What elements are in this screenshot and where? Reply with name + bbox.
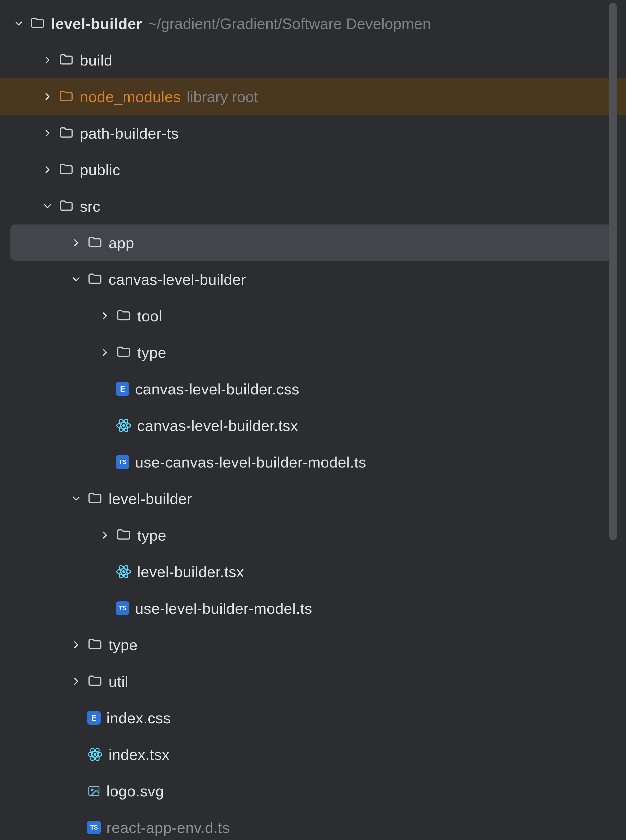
folder-icon [87, 491, 103, 506]
chevron-right-icon[interactable] [99, 529, 111, 541]
ts-file-icon: TS [116, 601, 129, 615]
tree-item-suffix: library root [186, 88, 258, 105]
tree-item-label: src [80, 198, 100, 215]
folder-icon [87, 272, 103, 287]
svg-point-0 [122, 424, 125, 427]
tree-item-label: type [137, 526, 166, 544]
tree-row[interactable]: level-builder.tsx [0, 553, 626, 590]
tree-row[interactable]: index.tsx [0, 736, 626, 772]
folder-icon [87, 674, 103, 689]
tree-root-path: ~/gradient/Gradient/Software Developmen [148, 15, 431, 32]
folder-icon [30, 16, 45, 31]
chevron-right-icon[interactable] [99, 310, 111, 322]
tree-item-label: type [108, 636, 138, 654]
svg-rect-12 [89, 787, 99, 796]
chevron-placeholder [70, 712, 82, 724]
chevron-placeholder [99, 566, 111, 578]
folder-icon [58, 89, 74, 104]
tree-item-label: index.tsx [108, 746, 169, 763]
react-file-icon [116, 418, 131, 433]
tree-item-label: level-builder [108, 490, 192, 507]
tree-item-label: canvas-level-builder.tsx [137, 417, 298, 434]
chevron-placeholder [70, 749, 82, 760]
tree-root-row[interactable]: level-builder ~/gradient/Gradient/Softwa… [0, 5, 626, 42]
tree-row[interactable]: level-builder [0, 480, 626, 517]
tree-item-label: util [108, 673, 128, 690]
chevron-down-icon[interactable] [70, 273, 82, 285]
tree-row[interactable]: ∃canvas-level-builder.css [0, 371, 626, 407]
tree-row[interactable]: type [0, 334, 626, 371]
svg-point-13 [91, 789, 93, 791]
tree-item-label: use-canvas-level-builder-model.ts [135, 454, 366, 471]
css-file-icon: ∃ [87, 711, 101, 725]
tree-item-label: logo.svg [106, 782, 164, 800]
tree-row[interactable]: app [11, 225, 610, 261]
tree-row[interactable]: ∃index.css [0, 700, 626, 736]
tree-item-label: index.css [106, 709, 171, 727]
svg-point-4 [122, 570, 125, 573]
chevron-right-icon[interactable] [42, 164, 53, 176]
react-file-icon [116, 564, 131, 579]
svg-point-8 [94, 753, 97, 756]
folder-icon [58, 162, 74, 177]
tree-item-label: canvas-level-builder.css [135, 380, 299, 398]
tree-row[interactable]: tool [0, 298, 626, 334]
tree-row[interactable]: type [0, 517, 626, 553]
tree-row[interactable]: TSuse-level-builder-model.ts [0, 590, 626, 626]
tree-item-label: react-app-env.d.ts [106, 819, 230, 836]
chevron-right-icon[interactable] [99, 347, 111, 358]
tree-row[interactable]: logo.svg [0, 772, 626, 809]
tree-item-label: path-builder-ts [80, 124, 179, 142]
chevron-right-icon[interactable] [42, 91, 53, 102]
image-file-icon [87, 784, 101, 798]
chevron-right-icon[interactable] [70, 675, 82, 687]
tree-row[interactable]: build [0, 42, 626, 78]
tree-item-label: canvas-level-builder [108, 271, 246, 288]
chevron-right-icon[interactable] [42, 127, 53, 139]
tree-row[interactable]: src [0, 188, 626, 225]
ts-file-icon: TS [87, 821, 101, 834]
tree-row[interactable]: util [0, 663, 626, 700]
tree-item-label: build [80, 52, 113, 69]
tree-row[interactable]: TSreact-app-env.d.ts [0, 809, 626, 840]
react-file-icon [87, 747, 103, 762]
tree-item-label: app [108, 234, 134, 252]
tree-row[interactable]: path-builder-ts [0, 115, 626, 151]
chevron-down-icon[interactable] [70, 493, 82, 504]
tree-item-label: level-builder.tsx [137, 563, 244, 581]
scrollbar-thumb[interactable] [609, 3, 617, 540]
chevron-right-icon[interactable] [70, 639, 82, 650]
folder-icon [116, 345, 131, 360]
folder-icon [58, 52, 74, 68]
chevron-right-icon[interactable] [70, 237, 82, 248]
project-tree: level-builder ~/gradient/Gradient/Softwa… [0, 0, 626, 840]
tree-row[interactable]: canvas-level-builder [0, 261, 626, 298]
tree-row[interactable]: TSuse-canvas-level-builder-model.ts [0, 444, 626, 480]
ts-file-icon: TS [116, 455, 129, 469]
folder-icon [58, 125, 74, 141]
chevron-placeholder [99, 420, 111, 431]
folder-icon [58, 198, 74, 214]
folder-icon [87, 235, 103, 251]
chevron-placeholder [99, 383, 111, 395]
chevron-placeholder [70, 822, 82, 833]
tree-item-label: public [80, 161, 120, 179]
chevron-placeholder [99, 456, 111, 468]
tree-row[interactable]: public [0, 151, 626, 188]
chevron-down-icon[interactable] [13, 18, 25, 29]
tree-row[interactable]: canvas-level-builder.tsx [0, 407, 626, 444]
tree-row[interactable]: type [0, 626, 626, 663]
tree-item-label: node_modules [80, 88, 181, 105]
css-file-icon: ∃ [116, 382, 129, 396]
chevron-down-icon[interactable] [42, 201, 53, 212]
tree-item-label: tool [137, 307, 162, 325]
folder-icon [116, 527, 131, 543]
tree-item-label: type [137, 344, 166, 361]
tree-row[interactable]: node_moduleslibrary root [0, 78, 626, 115]
folder-icon [116, 308, 131, 324]
folder-icon [87, 637, 103, 653]
chevron-right-icon[interactable] [42, 54, 53, 66]
chevron-placeholder [70, 785, 82, 797]
tree-item-label: use-level-builder-model.ts [135, 600, 312, 617]
chevron-placeholder [99, 603, 111, 614]
